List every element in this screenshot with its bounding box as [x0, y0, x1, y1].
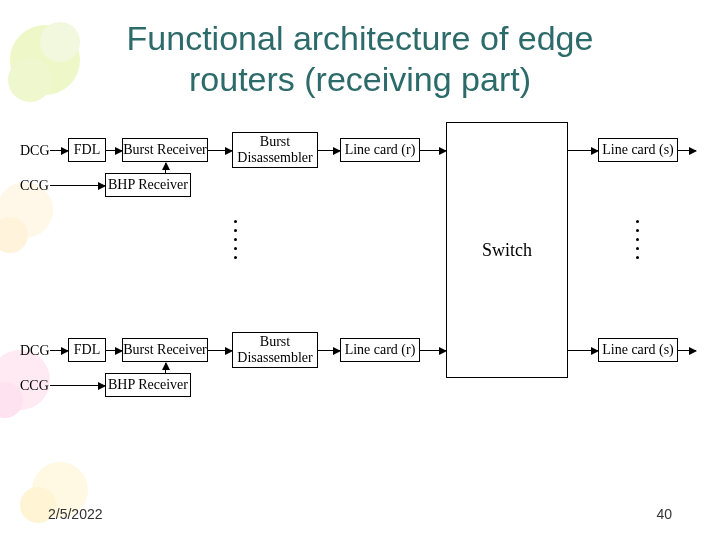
- vertical-dots-right: [632, 220, 642, 259]
- arrow: [420, 350, 446, 351]
- arrow: [106, 350, 122, 351]
- arrow: [50, 385, 105, 386]
- label-dcg-bottom: DCG: [20, 343, 50, 359]
- box-burst-receiver-bottom: Burst Receiver: [122, 338, 208, 362]
- architecture-diagram: DCG FDL Burst Receiver Burst Disassemble…: [20, 130, 700, 470]
- arrow: [678, 150, 696, 151]
- box-fdl-bottom: FDL: [68, 338, 106, 362]
- arrow: [50, 185, 105, 186]
- vertical-dots-left: [230, 220, 240, 259]
- arrow: [318, 150, 340, 151]
- arrow-vertical: [165, 163, 166, 173]
- box-line-card-r-bottom: Line card (r): [340, 338, 420, 362]
- footer-page-number: 40: [656, 506, 672, 522]
- box-line-card-s-bottom: Line card (s): [598, 338, 678, 362]
- footer-date: 2/5/2022: [48, 506, 103, 522]
- box-switch: Switch: [446, 122, 568, 378]
- box-line-card-s-top: Line card (s): [598, 138, 678, 162]
- arrow: [50, 350, 68, 351]
- label-dcg-top: DCG: [20, 143, 50, 159]
- box-burst-receiver-top: Burst Receiver: [122, 138, 208, 162]
- arrow: [568, 150, 598, 151]
- arrow: [50, 150, 68, 151]
- arrow: [208, 350, 232, 351]
- box-line-card-r-top: Line card (r): [340, 138, 420, 162]
- title-line-1: Functional architecture of edge: [127, 19, 594, 57]
- label-ccg-top: CCG: [20, 178, 49, 194]
- page-title: Functional architecture of edge routers …: [0, 18, 720, 100]
- arrow-vertical: [165, 363, 166, 373]
- arrow: [678, 350, 696, 351]
- box-bhp-receiver-bottom: BHP Receiver: [105, 373, 191, 397]
- footer: 2/5/2022 40: [48, 506, 672, 522]
- arrow: [568, 350, 598, 351]
- box-burst-disassembler-top: Burst Disassembler: [232, 132, 318, 168]
- label-ccg-bottom: CCG: [20, 378, 49, 394]
- arrow: [208, 150, 232, 151]
- box-burst-disassembler-bottom: Burst Disassembler: [232, 332, 318, 368]
- arrow: [106, 150, 122, 151]
- box-bhp-receiver-top: BHP Receiver: [105, 173, 191, 197]
- title-line-2: routers (receiving part): [189, 60, 531, 98]
- box-fdl-top: FDL: [68, 138, 106, 162]
- arrow: [318, 350, 340, 351]
- arrow: [420, 150, 446, 151]
